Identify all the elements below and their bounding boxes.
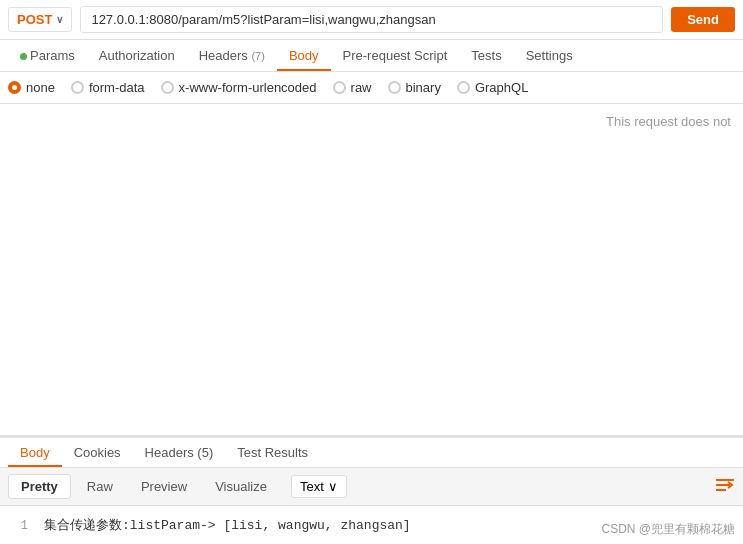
watermark: CSDN @兜里有颗棉花糖 [601, 521, 735, 538]
tab-body[interactable]: Body [277, 40, 331, 71]
request-body-area: This request does not [0, 104, 743, 436]
radio-circle-none [8, 81, 21, 94]
response-tab-cookies[interactable]: Cookies [62, 438, 133, 467]
response-tab-headers[interactable]: Headers (5) [133, 438, 226, 467]
method-chevron-icon: ∨ [56, 14, 63, 25]
radio-circle-form-data [71, 81, 84, 94]
body-type-row: none form-data x-www-form-urlencoded raw… [0, 72, 743, 104]
format-chevron-icon: ∨ [328, 479, 338, 494]
tab-settings[interactable]: Settings [514, 40, 585, 71]
app-container: POST ∨ Send Params Authorization Headers… [0, 0, 743, 544]
code-content-1: 集合传递参数:listParam-> [lisi, wangwu, zhangs… [44, 518, 411, 533]
resp-pretty-tab[interactable]: Pretty [8, 474, 71, 499]
radio-circle-graphql [457, 81, 470, 94]
tab-tests[interactable]: Tests [459, 40, 513, 71]
format-select[interactable]: Text ∨ [291, 475, 347, 498]
top-bar: POST ∨ Send [0, 0, 743, 40]
resp-raw-tab[interactable]: Raw [75, 475, 125, 498]
radio-form-data[interactable]: form-data [71, 80, 145, 95]
line-number-1: 1 [8, 519, 28, 533]
method-select[interactable]: POST ∨ [8, 7, 72, 32]
response-tab-test-results[interactable]: Test Results [225, 438, 320, 467]
radio-circle-binary [388, 81, 401, 94]
method-label: POST [17, 12, 52, 27]
request-tabs: Params Authorization Headers (7) Body Pr… [0, 40, 743, 72]
response-toolbar: Pretty Raw Preview Visualize Text ∨ [0, 468, 743, 506]
resp-visualize-tab[interactable]: Visualize [203, 475, 279, 498]
response-tab-body[interactable]: Body [8, 438, 62, 467]
radio-none[interactable]: none [8, 80, 55, 95]
radio-urlencoded[interactable]: x-www-form-urlencoded [161, 80, 317, 95]
radio-binary[interactable]: binary [388, 80, 441, 95]
radio-graphql[interactable]: GraphQL [457, 80, 528, 95]
url-input[interactable] [80, 6, 663, 33]
response-tabs: Body Cookies Headers (5) Test Results [0, 438, 743, 468]
radio-circle-raw [333, 81, 346, 94]
code-text-1: 集合传递参数:listParam-> [lisi, wangwu, zhangs… [44, 516, 411, 534]
radio-circle-urlencoded [161, 81, 174, 94]
radio-raw[interactable]: raw [333, 80, 372, 95]
params-dot [20, 53, 27, 60]
send-button[interactable]: Send [671, 7, 735, 32]
resp-preview-tab[interactable]: Preview [129, 475, 199, 498]
tab-authorization[interactable]: Authorization [87, 40, 187, 71]
tab-pre-request[interactable]: Pre-request Script [331, 40, 460, 71]
tab-headers[interactable]: Headers (7) [187, 40, 277, 71]
no-body-text: This request does not [606, 114, 731, 129]
tab-params[interactable]: Params [8, 40, 87, 71]
wrap-icon[interactable] [715, 477, 735, 497]
